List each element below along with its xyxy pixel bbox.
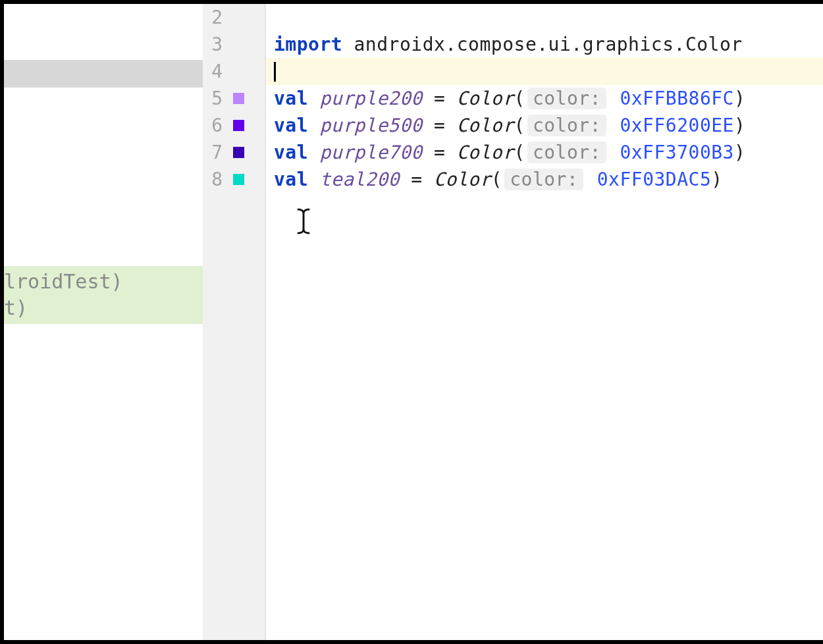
editor-gutter[interactable]: 2 3 4 5 6 7 8	[203, 4, 266, 640]
project-sidebar[interactable]: lroidTest) t)	[4, 4, 203, 640]
line-number: 2	[203, 7, 223, 28]
code-editor[interactable]: import androidx.compose.ui.graphics.Colo…	[266, 4, 823, 640]
line-number: 7	[203, 142, 223, 163]
hex-literal: 0xFF03DAC5	[597, 169, 712, 190]
hex-literal: 0xFF3700B3	[620, 142, 734, 163]
paren-close: )	[711, 169, 722, 190]
code-line-active[interactable]	[266, 58, 823, 85]
gutter-row[interactable]: 4	[203, 58, 265, 85]
class-name: Color	[434, 169, 491, 190]
color-swatch-icon[interactable]	[233, 120, 244, 131]
operator: =	[400, 169, 434, 190]
line-number: 6	[203, 115, 223, 136]
keyword: val	[274, 169, 308, 190]
sidebar-source-sets: lroidTest) t)	[4, 266, 203, 324]
inlay-hint: color:	[527, 142, 606, 163]
paren-close: )	[734, 115, 745, 136]
operator: =	[423, 88, 457, 109]
text-caret-icon	[274, 62, 276, 82]
paren-open: (	[514, 88, 525, 109]
code-line[interactable]: val purple500 = Color(color: 0xFF6200EE)	[266, 112, 823, 139]
gutter-row[interactable]: 6	[203, 112, 265, 139]
inlay-hint: color:	[527, 115, 606, 136]
code-line[interactable]: val purple200 = Color(color: 0xFFBB86FC)	[266, 85, 823, 112]
sidebar-selection[interactable]	[4, 60, 203, 88]
color-swatch-icon[interactable]	[233, 174, 244, 185]
editor-frame: lroidTest) t) 2 3 4 5 6 7 8	[0, 0, 823, 644]
class-name: Color	[457, 115, 514, 136]
import-path: androidx.compose.ui.graphics.Color	[342, 34, 743, 55]
line-number: 8	[203, 169, 223, 190]
code-line[interactable]: import androidx.compose.ui.graphics.Colo…	[266, 31, 823, 58]
paren-open: (	[491, 169, 502, 190]
sidebar-item[interactable]: lroidTest)	[4, 269, 203, 295]
keyword: import	[274, 34, 342, 55]
line-number: 5	[203, 88, 223, 109]
inlay-hint: color:	[527, 88, 606, 109]
inlay-hint: color:	[504, 169, 583, 190]
code-line[interactable]	[266, 4, 823, 31]
gutter-row[interactable]: 7	[203, 139, 265, 166]
color-swatch-icon[interactable]	[233, 147, 244, 158]
paren-close: )	[734, 88, 745, 109]
mouse-ibeam-icon	[296, 208, 311, 240]
paren-open: (	[514, 115, 525, 136]
var-name: purple500	[319, 115, 422, 136]
operator: =	[423, 142, 457, 163]
operator: =	[423, 115, 457, 136]
class-name: Color	[457, 142, 514, 163]
gutter-row[interactable]: 3	[203, 31, 265, 58]
gutter-row[interactable]: 5	[203, 85, 265, 112]
keyword: val	[274, 88, 308, 109]
paren-close: )	[734, 142, 745, 163]
paren-open: (	[514, 142, 525, 163]
gutter-row[interactable]: 8	[203, 166, 265, 193]
code-line[interactable]: val teal200 = Color(color: 0xFF03DAC5)	[266, 166, 823, 193]
var-name: purple700	[319, 142, 422, 163]
code-line[interactable]: val purple700 = Color(color: 0xFF3700B3)	[266, 139, 823, 166]
color-swatch-icon[interactable]	[233, 93, 244, 104]
class-name: Color	[457, 88, 514, 109]
line-number: 4	[203, 61, 223, 82]
var-name: teal200	[319, 169, 400, 190]
gutter-row[interactable]: 2	[203, 4, 265, 31]
keyword: val	[274, 115, 308, 136]
keyword: val	[274, 142, 308, 163]
hex-literal: 0xFFBB86FC	[620, 88, 734, 109]
sidebar-item[interactable]: t)	[4, 295, 203, 321]
var-name: purple200	[319, 88, 422, 109]
hex-literal: 0xFF6200EE	[620, 115, 734, 136]
line-number: 3	[203, 34, 223, 55]
